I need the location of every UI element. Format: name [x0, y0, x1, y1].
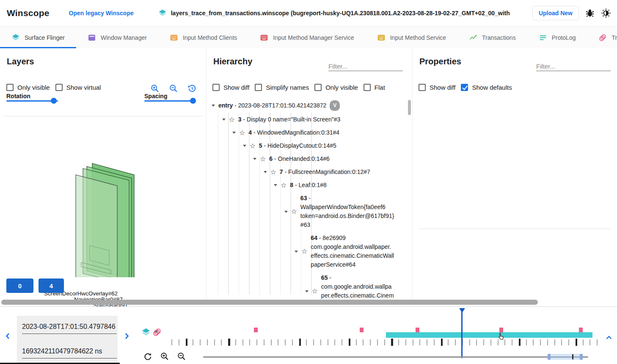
tree-node-8[interactable]: ☆8 - Leaf:0:1#8	[207, 179, 412, 192]
only-visible-checkbox[interactable]: Only visible	[6, 84, 50, 91]
checkbox-box[interactable]	[212, 84, 220, 91]
star-icon[interactable]: ☆	[250, 143, 256, 149]
simplify-names-checkbox[interactable]: Simplify names	[255, 84, 309, 91]
rotation-slider[interactable]	[6, 98, 58, 104]
timeline-tick	[568, 339, 569, 345]
tab-transitions[interactable]: Transitions	[587, 27, 617, 48]
checkbox-box[interactable]	[419, 84, 426, 91]
checkbox-box[interactable]	[314, 84, 322, 91]
transition-marker[interactable]	[499, 328, 503, 332]
surface-flinger-trace-icon[interactable]	[141, 328, 151, 337]
upload-new-button[interactable]: Upload New	[532, 6, 579, 20]
expand-caret-icon[interactable]	[305, 290, 308, 292]
slider-track[interactable]	[144, 100, 196, 102]
timeline-range-track[interactable]	[203, 356, 588, 358]
tab-surface-flinger[interactable]: Surface Flinger	[0, 27, 76, 48]
star-icon[interactable]: ☆	[312, 288, 318, 295]
trace-dropdown-caret[interactable]	[154, 331, 158, 333]
only-visible-checkbox[interactable]: Only visible	[314, 84, 358, 91]
previous-entry-icon[interactable]	[4, 332, 12, 340]
slider-thumb[interactable]	[190, 98, 196, 104]
star-icon[interactable]: ☆	[229, 116, 235, 123]
star-icon[interactable]: ☆	[291, 208, 297, 215]
flat-checkbox[interactable]: Flat	[364, 84, 385, 91]
tab-window-manager[interactable]: Window Manager	[76, 27, 158, 48]
tab-input-method-clients[interactable]: Input Method Clients	[158, 27, 248, 48]
expand-caret-icon[interactable]	[295, 251, 298, 253]
zoom-in-icon[interactable]	[150, 84, 160, 93]
tab-input-method-service[interactable]: Input Method Service	[366, 27, 457, 48]
reset-view-icon[interactable]	[187, 84, 197, 93]
properties-filter-input[interactable]	[536, 62, 611, 71]
star-icon[interactable]: ☆	[281, 182, 286, 189]
reset-zoom-icon[interactable]	[143, 352, 152, 361]
layer-id-button[interactable]: 4	[39, 279, 64, 293]
checkbox-box[interactable]	[461, 84, 468, 91]
timeline-ruler[interactable]	[171, 307, 597, 364]
expand-caret-icon[interactable]	[243, 145, 246, 147]
range-handle-left[interactable]	[548, 354, 551, 360]
show-diff-checkbox[interactable]: Show diff	[419, 84, 455, 91]
timestamp-ns-input[interactable]: 1693242110479784622 ns	[22, 345, 117, 358]
show-defaults-checkbox[interactable]: Show defaults	[461, 84, 512, 91]
expand-caret-icon[interactable]	[274, 184, 277, 186]
transition-marker[interactable]	[416, 328, 419, 332]
report-bug-icon[interactable]	[585, 8, 595, 18]
tree-node-5[interactable]: ☆5 - HideDisplayCutout:0:14#5	[207, 139, 412, 152]
zoom-out-icon[interactable]	[169, 84, 178, 93]
collapse-timeline-icon[interactable]	[605, 334, 613, 342]
star-icon[interactable]: ☆	[301, 248, 307, 255]
spacing-slider[interactable]	[144, 98, 196, 104]
checkbox-box[interactable]	[255, 84, 262, 91]
dark-mode-icon[interactable]	[601, 8, 611, 18]
tab-input-method-manager-service[interactable]: Input Method Manager Service	[248, 27, 365, 48]
tree-node-63[interactable]: ☆63 - WallpaperWindowToken{fa0eef6 token…	[207, 192, 412, 232]
checkbox-box[interactable]	[364, 84, 371, 91]
sf-trace-band[interactable]	[386, 332, 592, 338]
slider-thumb[interactable]	[51, 98, 57, 104]
expand-caret-icon[interactable]	[253, 158, 256, 160]
timeline-range-selection[interactable]	[549, 354, 583, 360]
layer-id-button[interactable]: 0	[6, 279, 33, 293]
tree-node-64[interactable]: ☆64 - 8e26909 com.google.android.wallpap…	[207, 232, 412, 271]
show-virtual-checkbox[interactable]: Show virtual	[55, 84, 101, 91]
expand-caret-icon[interactable]	[232, 132, 236, 134]
timeline-panel: 2023-08-28T17:01:50.4797846 169324211047…	[0, 306, 617, 364]
timeline-tick	[292, 339, 293, 345]
timestamp-human-input[interactable]: 2023-08-28T17:01:50.4797846	[22, 320, 117, 334]
timeline-cursor-head[interactable]	[459, 308, 465, 313]
tree-scrollbar[interactable]	[408, 100, 411, 115]
star-icon[interactable]: ☆	[239, 130, 245, 136]
hierarchy-filter-input[interactable]	[328, 62, 403, 71]
open-legacy-link[interactable]: Open legacy Winscope	[69, 10, 134, 17]
expand-caret-icon[interactable]	[222, 119, 226, 121]
tree-node-7[interactable]: ☆7 - FullscreenMagnification:0:12#7	[207, 165, 412, 179]
zoom-in-icon[interactable]	[160, 352, 169, 361]
tree-node-6[interactable]: ☆6 - OneHanded:0:14#6	[207, 152, 412, 165]
expand-caret-icon[interactable]	[264, 171, 267, 173]
timeline-tick	[455, 339, 456, 345]
loaded-file-badge: layers_trace_from_transactions.winscope …	[158, 9, 510, 17]
horizontal-scrollbar[interactable]	[1, 300, 538, 305]
expand-caret-icon[interactable]	[284, 211, 288, 213]
transition-marker[interactable]	[360, 328, 364, 332]
next-entry-icon[interactable]	[123, 332, 130, 340]
show-diff-checkbox[interactable]: Show diff	[212, 84, 249, 91]
checkbox-box[interactable]	[6, 84, 14, 91]
range-handle-right[interactable]	[580, 354, 583, 360]
transition-marker[interactable]	[579, 328, 583, 332]
slider-track[interactable]	[6, 100, 58, 102]
tree-node-4[interactable]: ☆4 - WindowedMagnification:0:31#4	[207, 126, 412, 139]
tree-node-3[interactable]: ☆3 - Display 0 name="Built-in Screen"#3	[207, 113, 412, 126]
tree-node-entry[interactable]: entry - 2023-08-28T17:01:50.421423872V	[207, 98, 412, 113]
star-icon[interactable]: ☆	[260, 156, 266, 163]
layers-3d-canvas[interactable]	[0, 116, 206, 277]
star-icon[interactable]: ☆	[270, 169, 276, 176]
tab-transactions[interactable]: Transactions	[457, 27, 527, 48]
transition-marker[interactable]	[254, 328, 258, 332]
tree-node-65[interactable]: ☆65 - com.google.android.wallpaper.effec…	[207, 271, 412, 299]
timeline-cursor[interactable]	[461, 309, 463, 358]
expand-caret-icon[interactable]	[212, 105, 215, 107]
tab-protolog[interactable]: ProtoLog	[527, 27, 587, 48]
checkbox-box[interactable]	[55, 84, 63, 91]
